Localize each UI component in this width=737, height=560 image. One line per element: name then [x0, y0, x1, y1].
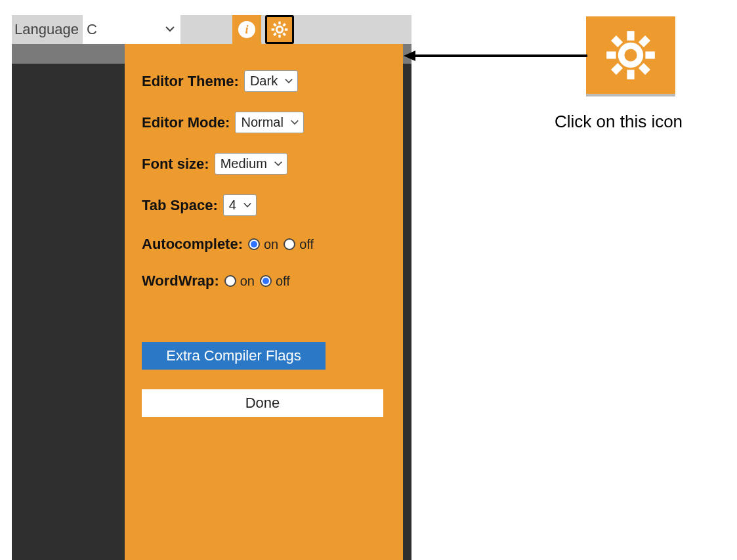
mode-label: Editor Mode:: [142, 114, 230, 131]
wordwrap-off-label: off: [276, 274, 290, 289]
topbar: Language C i: [12, 15, 411, 44]
chevron-down-icon: [274, 160, 283, 169]
svg-rect-4: [272, 28, 274, 30]
mode-select[interactable]: Normal: [235, 112, 303, 133]
annotation-caption: Click on this icon: [555, 112, 683, 132]
svg-rect-8: [273, 23, 277, 27]
chevron-down-icon: [284, 77, 293, 86]
settings-button[interactable]: [265, 15, 294, 44]
svg-rect-5: [285, 28, 287, 30]
wordwrap-on-option[interactable]: on: [224, 274, 255, 289]
svg-rect-13: [627, 70, 634, 79]
language-label: Language: [12, 15, 83, 44]
autocomplete-on-label: on: [264, 237, 278, 252]
editor-screenshot: Language C i: [12, 15, 411, 560]
theme-label: Editor Theme:: [142, 73, 239, 90]
autocomplete-row: Autocomplete: on off: [142, 236, 386, 253]
wordwrap-off-option[interactable]: off: [260, 274, 290, 289]
mode-row: Editor Mode: Normal: [142, 112, 386, 133]
autocomplete-off-label: off: [299, 237, 314, 252]
font-select[interactable]: Medium: [215, 153, 287, 175]
theme-select[interactable]: Dark: [244, 70, 298, 92]
svg-marker-21: [404, 51, 415, 61]
svg-point-11: [624, 49, 637, 61]
gear-icon: [604, 29, 657, 81]
tab-row: Tab Space: 4: [142, 194, 386, 216]
info-button[interactable]: i: [232, 15, 261, 44]
settings-popover: Editor Theme: Dark Editor Mode: Normal F…: [125, 44, 403, 560]
svg-rect-12: [627, 31, 634, 40]
gear-icon: [270, 20, 289, 39]
font-label: Font size:: [142, 156, 209, 173]
language-value: C: [87, 21, 97, 38]
radio-icon: [260, 275, 272, 287]
svg-rect-6: [282, 23, 286, 27]
svg-rect-3: [278, 35, 280, 37]
radio-icon: [248, 238, 260, 250]
tab-label: Tab Space:: [142, 197, 218, 214]
mode-value: Normal: [241, 115, 283, 130]
theme-row: Editor Theme: Dark: [142, 70, 386, 92]
svg-rect-7: [273, 32, 277, 36]
autocomplete-label: Autocomplete:: [142, 236, 243, 253]
done-button[interactable]: Done: [142, 389, 383, 417]
toolbar-spacer: [181, 15, 232, 44]
radio-icon: [284, 238, 295, 250]
language-select[interactable]: C: [83, 15, 181, 44]
gap: [261, 15, 265, 44]
font-value: Medium: [221, 156, 267, 171]
theme-value: Dark: [250, 74, 278, 89]
font-row: Font size: Medium: [142, 153, 386, 175]
svg-rect-14: [606, 51, 616, 58]
autocomplete-off-option[interactable]: off: [284, 237, 314, 252]
chevron-down-icon: [243, 201, 252, 210]
svg-rect-2: [278, 22, 280, 24]
annotation-arrow: [404, 46, 587, 66]
svg-rect-17: [611, 63, 623, 75]
extra-compiler-flags-button[interactable]: Extra Compiler Flags: [142, 342, 326, 370]
tab-value: 4: [229, 198, 236, 213]
radio-icon: [224, 275, 236, 287]
svg-point-1: [278, 28, 282, 32]
topbar-remainder: [294, 15, 411, 44]
wordwrap-label: WordWrap:: [142, 272, 219, 290]
wordwrap-row: WordWrap: on off: [142, 272, 386, 290]
chevron-down-icon: [165, 24, 175, 35]
svg-rect-15: [645, 51, 654, 58]
wordwrap-on-label: on: [240, 274, 255, 289]
chevron-down-icon: [290, 118, 299, 127]
callout-gear-icon-large: [586, 16, 675, 94]
tab-select[interactable]: 4: [223, 194, 257, 216]
info-icon: i: [238, 21, 255, 38]
autocomplete-on-option[interactable]: on: [248, 237, 278, 252]
svg-rect-16: [639, 35, 650, 47]
svg-rect-19: [639, 63, 650, 75]
svg-rect-9: [282, 32, 286, 36]
svg-rect-18: [611, 35, 623, 47]
